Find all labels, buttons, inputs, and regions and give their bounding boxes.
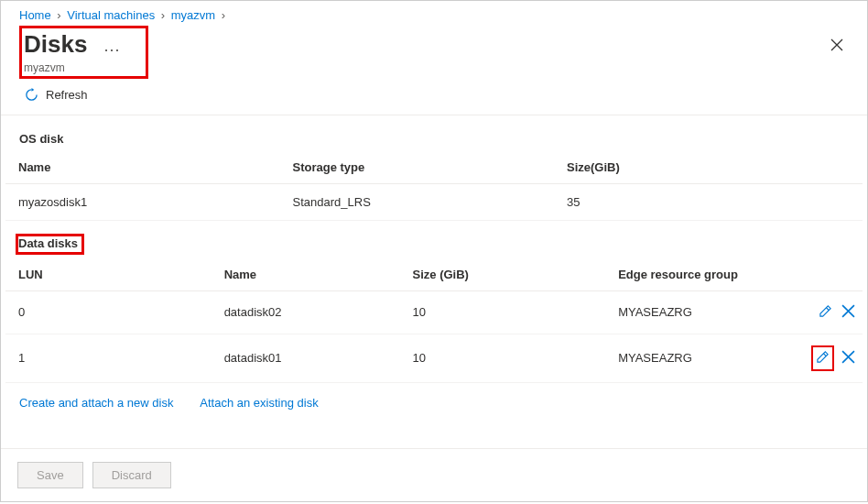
breadcrumb-home[interactable]: Home — [19, 8, 51, 22]
cell-size: 10 — [400, 334, 606, 382]
col-lun: LUN — [5, 258, 212, 291]
cell-erg: MYASEAZRG — [605, 334, 798, 382]
save-button: Save — [17, 462, 83, 488]
page-title: Disks — [24, 30, 87, 58]
cell-name: datadisk02 — [212, 290, 400, 334]
col-edge-resource-group: Edge resource group — [605, 258, 798, 291]
page-title-highlight: Disks ⋯ myazvm — [19, 26, 148, 79]
edit-button[interactable] — [817, 302, 834, 323]
breadcrumb-virtual-machines[interactable]: Virtual machines — [67, 8, 155, 22]
more-icon[interactable]: ⋯ — [103, 40, 120, 59]
attach-existing-link[interactable]: Attach an existing disk — [200, 396, 318, 410]
cell-size: 35 — [554, 183, 863, 220]
edit-button[interactable] — [814, 348, 831, 368]
col-storage-type: Storage type — [280, 151, 555, 184]
chevron-right-icon: › — [161, 8, 165, 22]
footer: Save Discard — [1, 448, 867, 501]
data-disks-table: LUN Name Size (GiB) Edge resource group … — [5, 258, 863, 383]
data-disks-section-label-highlight: Data disks — [16, 234, 84, 255]
create-attach-link[interactable]: Create and attach a new disk — [19, 396, 173, 410]
toolbar: Refresh — [1, 79, 867, 115]
delete-button[interactable] — [840, 348, 857, 368]
data-disks-section-label: Data disks — [18, 236, 78, 250]
close-icon — [841, 304, 855, 321]
cell-name: datadisk01 — [212, 334, 400, 382]
table-row[interactable]: myazosdisk1 Standard_LRS 35 — [5, 183, 863, 220]
breadcrumb: Home › Virtual machines › myazvm › — [1, 1, 867, 24]
close-button[interactable] — [827, 33, 847, 60]
os-disk-table: Name Storage type Size(GiB) myazosdisk1 … — [5, 151, 863, 221]
close-icon — [830, 37, 843, 55]
cell-size: 10 — [400, 290, 606, 334]
table-row[interactable]: 1 datadisk01 10 MYASEAZRG — [5, 334, 863, 382]
chevron-right-icon: › — [222, 8, 225, 22]
refresh-label: Refresh — [46, 88, 88, 102]
close-icon — [841, 350, 855, 367]
os-disk-section-label: OS disk — [1, 115, 867, 151]
cell-lun: 0 — [5, 290, 212, 334]
col-name: Name — [5, 151, 280, 184]
pencil-icon — [816, 350, 830, 367]
cell-lun: 1 — [5, 334, 212, 382]
chevron-right-icon: › — [57, 8, 60, 22]
cell-erg: MYASEAZRG — [605, 290, 798, 334]
edit-button-highlight — [811, 345, 834, 371]
col-size: Size(GiB) — [554, 151, 863, 184]
refresh-icon — [25, 88, 38, 102]
col-name: Name — [212, 258, 400, 291]
cell-name: myazosdisk1 — [5, 183, 280, 220]
delete-button[interactable] — [840, 302, 857, 323]
discard-button: Discard — [92, 462, 171, 488]
refresh-button[interactable]: Refresh — [25, 84, 88, 105]
col-size: Size (GiB) — [400, 258, 606, 291]
table-row[interactable]: 0 datadisk02 10 MYASEAZRG — [5, 290, 863, 334]
page-subtitle: myazvm — [24, 61, 120, 74]
cell-storage-type: Standard_LRS — [280, 183, 555, 220]
action-links: Create and attach a new disk Attach an e… — [1, 383, 867, 422]
breadcrumb-vm[interactable]: myazvm — [171, 8, 215, 22]
pencil-icon — [819, 304, 832, 321]
